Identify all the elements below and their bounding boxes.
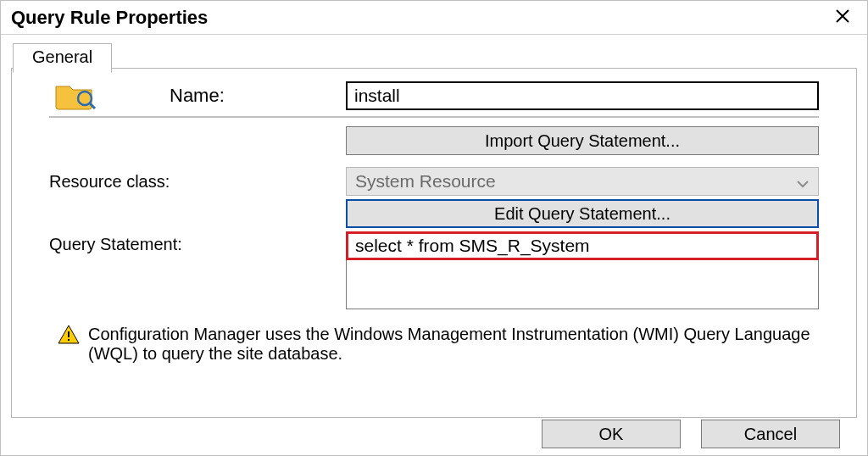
- row-info: Configuration Manager uses the Windows M…: [49, 325, 819, 364]
- titlebar: Query Rule Properties: [1, 1, 867, 35]
- row-resource-class: Resource class: System Resource: [49, 167, 819, 196]
- row-edit: Edit Query Statement...: [49, 199, 819, 228]
- query-folder-icon: [49, 79, 100, 113]
- info-text: Configuration Manager uses the Windows M…: [88, 325, 819, 364]
- tab-general[interactable]: General: [13, 43, 112, 73]
- row-query-statement: Query Statement: select * from SMS_R_Sys…: [49, 231, 819, 309]
- resource-class-select: System Resource: [346, 167, 819, 196]
- query-statement-text: select * from SMS_R_System: [346, 231, 819, 260]
- close-button[interactable]: [821, 2, 864, 34]
- chevron-down-icon: [796, 175, 810, 195]
- warning-icon: [49, 325, 88, 345]
- edit-query-button[interactable]: Edit Query Statement...: [346, 199, 819, 228]
- query-statement-box[interactable]: select * from SMS_R_System: [346, 231, 819, 309]
- content: Name: Import Query Statement... Resource…: [49, 74, 819, 417]
- dialog-window: Query Rule Properties General: [0, 0, 868, 456]
- tab-page-general: Name: Import Query Statement... Resource…: [11, 68, 857, 418]
- row-name: Name:: [49, 79, 819, 113]
- dialog-footer: OK Cancel: [11, 420, 857, 452]
- close-icon: [835, 8, 850, 27]
- resource-class-value: System Resource: [355, 171, 496, 192]
- label-resource-class: Resource class:: [49, 172, 346, 192]
- dialog-title: Query Rule Properties: [11, 7, 821, 29]
- row-import: Import Query Statement...: [49, 126, 819, 155]
- label-query-statement: Query Statement:: [49, 235, 346, 254]
- cancel-button[interactable]: Cancel: [701, 420, 840, 448]
- import-query-button[interactable]: Import Query Statement...: [346, 126, 819, 155]
- tabstrip: General: [13, 43, 112, 73]
- ok-button[interactable]: OK: [542, 420, 681, 448]
- separator: [49, 116, 819, 118]
- name-input[interactable]: [346, 81, 819, 110]
- label-name: Name:: [170, 85, 225, 107]
- svg-rect-2: [68, 331, 70, 337]
- svg-rect-3: [68, 339, 70, 341]
